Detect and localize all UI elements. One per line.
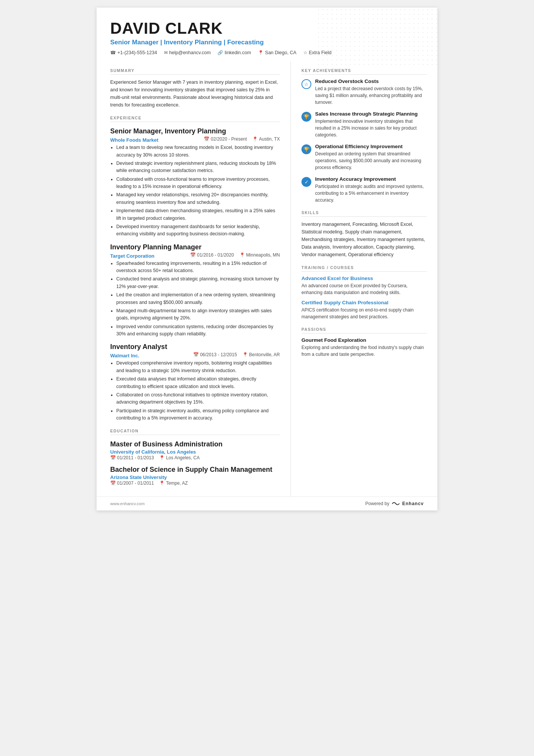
job-bullets-2: Spearheaded forecasting improvements, re… <box>110 260 280 338</box>
edu-meta-1: 📅 01/2011 - 01/2013 📍 Los Angeles, CA <box>110 455 280 460</box>
extra-value: Extra Field <box>309 50 332 55</box>
achievement-content-3: Operational Efficiency Improvement Devel… <box>315 144 427 171</box>
passion-title-1: Gourmet Food Exploration <box>301 337 427 343</box>
skills-text: Inventory management, Forecasting, Micro… <box>301 221 427 258</box>
left-column: SUMMARY Experienced Senior Manager with … <box>97 61 291 496</box>
bullet-2-3: Led the creation and implementation of a… <box>116 291 280 306</box>
edu-school-1: University of California, Los Angeles <box>110 449 280 455</box>
achievement-3: 🏆 Operational Efficiency Improvement Dev… <box>301 144 427 171</box>
calendar-icon-edu1: 📅 <box>110 455 116 460</box>
job-company-3: Walmart Inc. <box>110 353 139 358</box>
edu-location-1: 📍 Los Angeles, CA <box>159 455 200 460</box>
footer-brand: Powered by Enhancv <box>365 501 424 507</box>
linkedin-value: linkedin.com <box>225 50 251 55</box>
bullet-1-5: Implemented data-driven merchandising st… <box>116 207 280 222</box>
achievement-icon-check-4: ✓ <box>301 177 311 187</box>
job-bullets-1: Led a team to develop new forecasting mo… <box>110 144 280 238</box>
edu-dates-1: 📅 01/2011 - 01/2013 <box>110 455 154 460</box>
phone-icon: ☎ <box>110 50 116 55</box>
edu-degree-2: Bachelor of Science in Supply Chain Mana… <box>110 466 280 474</box>
pin-icon-edu2: 📍 <box>159 481 165 486</box>
bullet-2-1: Spearheaded forecasting improvements, re… <box>116 260 280 275</box>
skills-section-title: SKILLS <box>301 210 427 217</box>
candidate-name: DAVID CLARK <box>110 20 424 37</box>
passions-section-title: PASSIONS <box>301 327 427 333</box>
achievement-title-3: Operational Efficiency Improvement <box>315 144 427 149</box>
right-column: KEY ACHIEVEMENTS ☆ Reduced Overstock Cos… <box>291 61 437 496</box>
achievement-icon-star-1: ☆ <box>301 79 311 89</box>
bullet-1-2: Devised strategic inventory replenishmen… <box>116 160 280 175</box>
pin-icon-2: 📍 <box>239 252 245 258</box>
course-desc-1: An advanced course on Excel provided by … <box>301 282 427 296</box>
phone-contact: ☎ +1-(234)-555-1234 <box>110 50 157 55</box>
linkedin-contact: 🔗 linkedin.com <box>217 50 251 55</box>
job-meta-3: 📅 06/2013 - 12/2015 📍 Bentonville, AR <box>193 352 280 357</box>
job-location-3: 📍 Bentonville, AR <box>242 352 280 357</box>
job-title-2: Inventory Planning Manager <box>110 243 280 251</box>
location-contact: 📍 San Diego, CA <box>258 50 297 55</box>
edu-dates-2: 📅 01/2007 - 01/2011 <box>110 481 154 486</box>
header-section: DAVID CLARK Senior Manager | Inventory P… <box>97 8 437 61</box>
edu-school-2: Arizona State University <box>110 474 280 480</box>
achievements-section-title: KEY ACHIEVEMENTS <box>301 68 427 75</box>
location-value: San Diego, CA <box>265 50 297 55</box>
bullet-1-4: Managed key vendor relationships, resolv… <box>116 191 280 206</box>
edu-meta-2: 📅 01/2007 - 01/2011 📍 Tempe, AZ <box>110 481 280 486</box>
achievement-1: ☆ Reduced Overstock Costs Led a project … <box>301 78 427 106</box>
link-icon: 🔗 <box>217 50 223 55</box>
achievement-desc-3: Developed an ordering system that stream… <box>315 150 427 171</box>
achievement-desc-1: Led a project that decreased overstock c… <box>315 85 427 106</box>
bullet-2-5: Improved vendor communication systems, r… <box>116 323 280 338</box>
job-company-1: Whole Foods Market <box>110 137 158 143</box>
brand-name: Enhancv <box>402 501 424 506</box>
job-title-3: Inventory Analyst <box>110 343 280 351</box>
passion-desc-1: Exploring and understanding the food ind… <box>301 344 427 358</box>
achievement-2: 🏆 Sales Increase through Strategic Plann… <box>301 111 427 138</box>
powered-by-text: Powered by <box>365 501 389 506</box>
bullet-2-4: Managed multi-departmental teams to alig… <box>116 307 280 322</box>
summary-text: Experienced Senior Manager with 7 years … <box>110 78 280 109</box>
calendar-icon-3: 📅 <box>193 352 199 357</box>
contact-line: ☎ +1-(234)-555-1234 ✉ help@enhancv.com 🔗… <box>110 50 424 55</box>
achievement-4: ✓ Inventory Accuracy Improvement Partici… <box>301 176 427 203</box>
job-meta-2: 📅 01/2016 - 01/2020 📍 Minneapolis, MN <box>190 252 280 258</box>
course-title-2: Certified Supply Chain Professional <box>301 300 427 305</box>
job-3-company-row: Walmart Inc. 📅 06/2013 - 12/2015 📍 Bento… <box>110 352 280 360</box>
achievement-content-1: Reduced Overstock Costs Led a project th… <box>315 78 427 106</box>
email-contact: ✉ help@enhancv.com <box>164 50 211 55</box>
achievement-title-1: Reduced Overstock Costs <box>315 78 427 84</box>
candidate-title: Senior Manager | Inventory Planning | Fo… <box>110 39 424 46</box>
achievement-icon-trophy-2: 🏆 <box>301 112 311 122</box>
achievement-title-4: Inventory Accuracy Improvement <box>315 176 427 182</box>
bullet-3-1: Developed comprehensive inventory report… <box>116 360 280 374</box>
pin-icon-1: 📍 <box>252 136 258 142</box>
pin-icon-edu1: 📍 <box>159 455 165 460</box>
job-location-2: 📍 Minneapolis, MN <box>239 252 280 258</box>
job-dates-1: 📅 02/2020 - Present <box>204 136 247 142</box>
job-2-company-row: Target Corporation 📅 01/2016 - 01/2020 📍… <box>110 252 280 260</box>
summary-section-title: SUMMARY <box>110 68 280 75</box>
training-section-title: TRAINING / COURSES <box>301 265 427 272</box>
bullet-3-4: Participated in strategic inventory audi… <box>116 407 280 422</box>
bullet-3-2: Executed data analyses that informed all… <box>116 376 280 390</box>
star-icon: ☆ <box>303 50 308 55</box>
achievement-icon-trophy-3: 🏆 <box>301 144 311 154</box>
job-dates-3: 📅 06/2013 - 12/2015 <box>193 352 237 357</box>
location-icon: 📍 <box>258 50 264 55</box>
edu-degree-1: Master of Business Administration <box>110 440 280 448</box>
experience-section-title: EXPERIENCE <box>110 116 280 122</box>
job-dates-2: 📅 01/2016 - 01/2020 <box>190 252 234 258</box>
footer-website: www.enhancv.com <box>110 501 145 506</box>
education-section-title: EDUCATION <box>110 429 280 435</box>
course-title-1: Advanced Excel for Business <box>301 275 427 281</box>
calendar-icon-1: 📅 <box>204 136 209 142</box>
job-company-2: Target Corporation <box>110 253 155 259</box>
phone-value: +1-(234)-555-1234 <box>117 50 157 55</box>
email-icon: ✉ <box>164 50 168 55</box>
course-desc-2: APICS certification focusing on end-to-e… <box>301 307 427 320</box>
bullet-1-6: Developed inventory management dashboard… <box>116 223 280 238</box>
achievement-content-4: Inventory Accuracy Improvement Participa… <box>315 176 427 203</box>
calendar-icon-2: 📅 <box>190 252 196 258</box>
job-1-company-row: Whole Foods Market 📅 02/2020 - Present 📍… <box>110 136 280 144</box>
achievement-title-2: Sales Increase through Strategic Plannin… <box>315 111 427 117</box>
